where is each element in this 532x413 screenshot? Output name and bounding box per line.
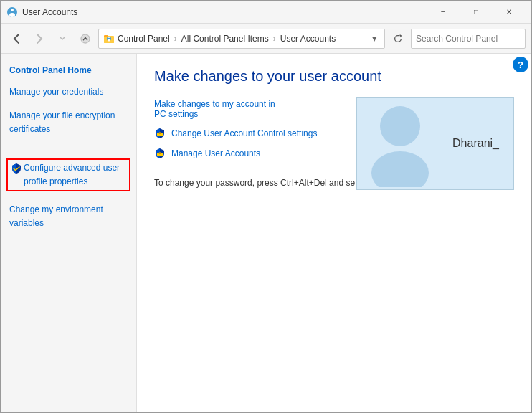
recent-button[interactable] <box>52 29 72 49</box>
uac-settings-link[interactable]: Change User Account Control settings <box>171 128 317 138</box>
search-input[interactable] <box>416 34 523 44</box>
maximize-button[interactable]: □ <box>460 1 493 24</box>
back-button[interactable] <box>6 29 27 49</box>
window-title: User Accounts <box>22 7 427 17</box>
forward-button[interactable] <box>29 29 49 49</box>
main-window: User Accounts − □ ✕ <box>0 0 532 413</box>
manage-accounts-icon <box>154 148 166 159</box>
advanced-profile-icon <box>11 163 22 174</box>
svg-point-9 <box>108 39 110 41</box>
svg-point-1 <box>11 9 14 11</box>
page-title: Make changes to your user account <box>154 68 514 85</box>
window-controls: − □ ✕ <box>427 1 526 24</box>
manage-accounts-link[interactable]: Manage User Accounts <box>171 148 260 158</box>
minimize-button[interactable]: − <box>427 1 460 24</box>
title-bar: User Accounts − □ ✕ <box>1 1 531 24</box>
svg-point-17 <box>159 152 161 154</box>
sidebar-manage-credentials[interactable]: Manage your credentials <box>9 85 128 99</box>
nav-bar: Control Panel › All Control Panel Items … <box>1 24 531 54</box>
window-icon <box>6 6 18 18</box>
breadcrumb-control-panel[interactable]: Control Panel <box>118 34 170 44</box>
user-name: Dharani <box>452 137 493 150</box>
svg-rect-6 <box>104 35 108 37</box>
svg-point-3 <box>81 34 90 42</box>
breadcrumb-all-items[interactable]: All Control Panel Items <box>181 34 269 44</box>
svg-point-15 <box>159 132 161 134</box>
content-panel: ? Make changes to your user account Dhar… <box>137 54 531 412</box>
breadcrumb-user-accounts[interactable]: User Accounts <box>280 34 336 44</box>
address-dropdown-button[interactable]: ▾ <box>369 33 380 44</box>
sidebar-advanced-profile-link[interactable]: Configure advanced user profile properti… <box>24 161 126 189</box>
sidebar-environment-vars[interactable]: Change my environment variables <box>9 203 128 230</box>
sidebar-advanced-profile-container: Configure advanced user profile properti… <box>6 158 130 191</box>
cursor-blink: _ <box>493 137 499 150</box>
sidebar-home-link[interactable]: Control Panel Home <box>9 65 128 75</box>
pc-settings-link[interactable]: Make changes to my account in PC setting… <box>154 99 275 119</box>
svg-point-8 <box>108 37 110 38</box>
close-button[interactable]: ✕ <box>493 1 526 24</box>
main-content: Control Panel Home Manage your credentia… <box>1 54 531 412</box>
up-button[interactable] <box>75 29 95 49</box>
svg-point-2 <box>9 13 15 17</box>
svg-point-13 <box>371 151 429 187</box>
user-silhouette <box>364 101 436 187</box>
sidebar-file-encryption[interactable]: Manage your file encryption certificates <box>9 109 128 136</box>
sidebar-links: Manage your credentials Manage your file… <box>9 85 128 230</box>
help-button[interactable]: ? <box>513 57 528 72</box>
folder-icon <box>103 33 115 44</box>
search-box[interactable] <box>411 29 526 49</box>
user-avatar-area: Dharani _ <box>356 97 514 190</box>
refresh-button[interactable] <box>388 29 408 49</box>
uac-shield-icon <box>154 128 166 139</box>
sidebar: Control Panel Home Manage your credentia… <box>1 54 137 412</box>
svg-point-12 <box>380 106 420 146</box>
address-bar[interactable]: Control Panel › All Control Panel Items … <box>98 29 385 49</box>
